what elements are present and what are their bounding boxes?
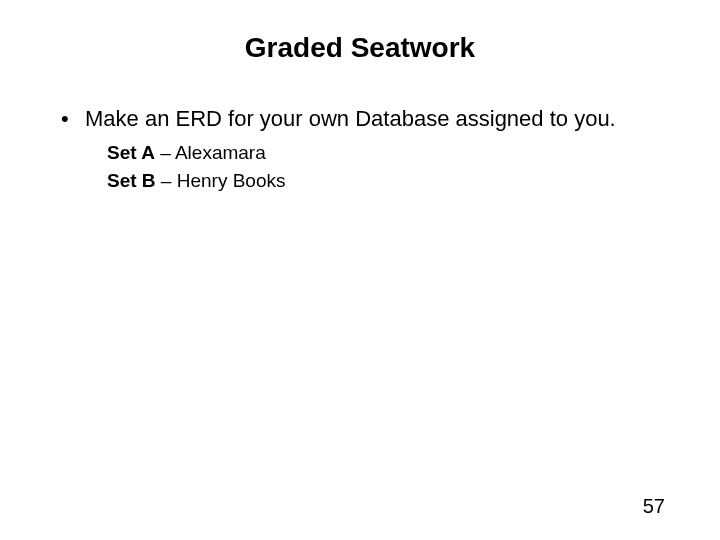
sub-item-b: Set B – Henry Books bbox=[107, 168, 665, 195]
bullet-list: Make an ERD for your own Database assign… bbox=[55, 104, 665, 195]
slide-title: Graded Seatwork bbox=[55, 32, 665, 64]
set-a-value: – Alexamara bbox=[155, 142, 266, 163]
page-number: 57 bbox=[643, 495, 665, 518]
set-b-value: – Henry Books bbox=[156, 170, 286, 191]
set-a-label: Set A bbox=[107, 142, 155, 163]
set-b-label: Set B bbox=[107, 170, 156, 191]
bullet-item: Make an ERD for your own Database assign… bbox=[55, 104, 665, 195]
sub-list: Set A – Alexamara Set B – Henry Books bbox=[85, 140, 665, 195]
bullet-text: Make an ERD for your own Database assign… bbox=[85, 106, 616, 131]
sub-item-a: Set A – Alexamara bbox=[107, 140, 665, 167]
slide-container: Graded Seatwork Make an ERD for your own… bbox=[0, 0, 720, 540]
